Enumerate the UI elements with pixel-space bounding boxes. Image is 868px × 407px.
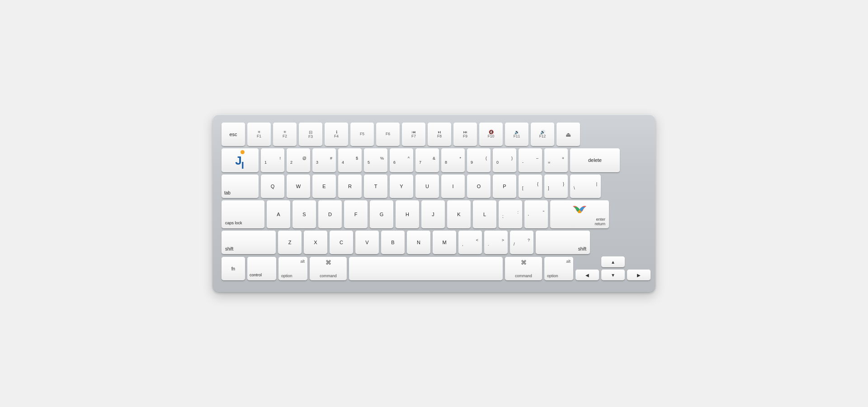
key-y[interactable]: Y [390,175,413,198]
key-eject[interactable]: ⏏ [557,123,580,146]
key-f10[interactable]: 🔇 F10 [479,123,503,146]
enter-logo-icon [572,203,587,217]
key-b[interactable]: B [381,231,405,254]
key-right-shift[interactable]: shift [536,231,590,254]
key-control[interactable]: control [247,257,276,280]
key-arrow-left[interactable]: ◀ [576,270,599,280]
key-arrow-right[interactable]: ▶ [627,270,651,280]
key-caps-lock[interactable]: caps lock [222,200,264,228]
key-m[interactable]: M [433,231,456,254]
key-space[interactable] [349,257,503,280]
key-1[interactable]: ! 1 [261,148,284,172]
key-7[interactable]: & 7 [415,148,439,172]
key-minus[interactable]: – - [519,148,542,172]
key-enter[interactable]: enter return [550,200,609,228]
key-e[interactable]: E [312,175,336,198]
key-slash[interactable]: ? / [510,231,533,254]
key-semicolon[interactable]: : ; [499,200,522,228]
keyboard: esc ☀ F1 ☀ F2 ⊟ F3 ℹ F4 F5 F6 ⏮ F7 ⏯ [212,114,656,293]
key-f4[interactable]: ℹ F4 [325,123,348,146]
key-left-option[interactable]: alt option [278,257,307,280]
key-o[interactable]: O [467,175,491,198]
key-i[interactable]: I [441,175,465,198]
bottom-row: fn control alt option ⌘ command ⌘ comman… [222,256,646,280]
key-4[interactable]: $ 4 [338,148,362,172]
key-6[interactable]: ^ 6 [390,148,413,172]
key-right-option[interactable]: alt option [544,257,573,280]
key-d[interactable]: D [318,200,342,228]
key-t[interactable]: T [364,175,387,198]
key-backslash[interactable]: | \ [570,175,601,198]
key-arrow-down[interactable]: ▼ [601,270,625,280]
key-left-shift[interactable]: shift [222,231,276,254]
key-tab[interactable]: tab [222,175,259,198]
key-arrow-up[interactable]: ▲ [601,256,625,267]
key-s[interactable]: S [292,200,316,228]
key-c[interactable]: C [330,231,353,254]
key-v[interactable]: V [355,231,379,254]
key-f6[interactable]: F6 [376,123,400,146]
asdf-row: caps lock A S D F G H J K L : ; " ' [222,200,646,228]
key-l[interactable]: L [473,200,496,228]
key-x[interactable]: X [304,231,327,254]
key-right-command[interactable]: ⌘ command [505,257,542,280]
key-8[interactable]: * 8 [441,148,465,172]
key-z[interactable]: Z [278,231,302,254]
key-f1[interactable]: ☀ F1 [247,123,271,146]
key-a[interactable]: A [267,200,290,228]
key-f9[interactable]: ⏭ F9 [453,123,477,146]
key-p[interactable]: P [493,175,516,198]
key-comma[interactable]: < , [458,231,482,254]
key-q[interactable]: Q [261,175,284,198]
key-left-command[interactable]: ⌘ command [310,257,347,280]
key-g[interactable]: G [370,200,393,228]
key-f3[interactable]: ⊟ F3 [299,123,322,146]
key-0[interactable]: ) 0 [493,148,516,172]
key-f11[interactable]: 🔉 F11 [505,123,528,146]
key-delete[interactable]: delete [570,148,620,172]
key-f12[interactable]: 🔊 F12 [531,123,554,146]
arrow-keys: ▲ ◀ ▼ ▶ [576,256,651,280]
key-lbracket[interactable]: { [ [519,175,542,198]
key-3[interactable]: # 3 [312,148,336,172]
key-r[interactable]: R [338,175,362,198]
key-k[interactable]: K [447,200,471,228]
zxcv-row: shift Z X C V B N M < , > . ? / shift [222,231,646,254]
key-f8[interactable]: ⏯ F8 [428,123,451,146]
number-row: J I ! 1 @ 2 # 3 $ 4 % 5 ^ [222,148,646,172]
key-5[interactable]: % 5 [364,148,387,172]
key-9[interactable]: ( 9 [467,148,491,172]
key-j[interactable]: J [421,200,445,228]
key-equal[interactable]: + = [544,148,568,172]
key-f2[interactable]: ☀ F2 [273,123,297,146]
key-w[interactable]: W [287,175,310,198]
fn-row: esc ☀ F1 ☀ F2 ⊟ F3 ℹ F4 F5 F6 ⏮ F7 ⏯ [222,123,646,146]
key-f[interactable]: F [344,200,368,228]
key-f7[interactable]: ⏮ F7 [402,123,425,146]
key-period[interactable]: > . [484,231,508,254]
qwerty-row: tab Q W E R T Y U I O P { [ } ] | \ [222,175,646,198]
key-2[interactable]: @ 2 [287,148,310,172]
key-esc[interactable]: esc [222,123,245,146]
key-rbracket[interactable]: } ] [544,175,568,198]
key-fn[interactable]: fn [222,257,245,280]
key-logo[interactable]: J I [222,148,259,172]
key-f5[interactable]: F5 [350,123,374,146]
key-n[interactable]: N [407,231,430,254]
key-h[interactable]: H [396,200,419,228]
key-quote[interactable]: " ' [524,200,548,228]
key-u[interactable]: U [415,175,439,198]
